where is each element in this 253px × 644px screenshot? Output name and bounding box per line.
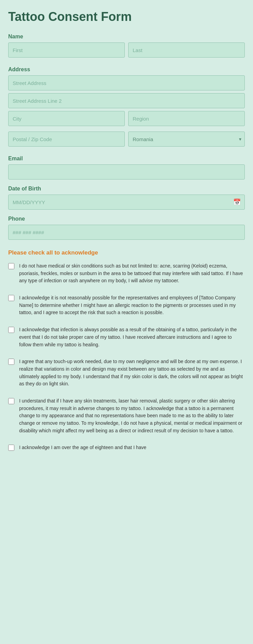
checkbox-6[interactable] [8,445,14,451]
checkbox-item-6: I acknowledge I am over the age of eight… [8,444,245,451]
page-title: Tattoo Consent Form [8,10,245,24]
checkbox-item-4: I agree that any touch-up work needed, d… [8,358,245,388]
city-input[interactable] [8,111,125,126]
checkbox-item-2: I acknowledge it is not reasonably possi… [8,294,245,317]
checkbox-text-6: I acknowledge I am over the age of eight… [19,444,146,451]
street-address-line2-input[interactable] [8,93,245,108]
first-name-input[interactable] [8,42,125,58]
zip-input[interactable] [8,132,125,147]
checkbox-text-4: I agree that any touch-up work needed, d… [19,358,245,388]
phone-section-label: Phone [8,216,245,222]
country-select[interactable]: Romania [128,132,245,147]
checkbox-4[interactable] [8,359,14,365]
email-section-label: Email [8,156,245,162]
region-input[interactable] [128,111,245,126]
checkbox-item-5: I understand that if I have any skin tre… [8,397,245,434]
checkbox-text-1: I do not have medical or skin conditions… [19,262,245,285]
checkbox-text-3: I acknowledge that infection is always p… [19,326,245,348]
name-section-label: Name [8,34,245,40]
dob-input[interactable] [8,195,245,210]
checkbox-item-3: I acknowledge that infection is always p… [8,326,245,348]
dob-section-label: Date of Birth [8,186,245,192]
checkbox-text-2: I acknowledge it is not reasonably possi… [19,294,245,317]
checkbox-item-1: I do not have medical or skin conditions… [8,262,245,285]
checkbox-2[interactable] [8,295,14,301]
checkbox-text-5: I understand that if I have any skin tre… [19,397,245,434]
checkbox-3[interactable] [8,327,14,333]
checkbox-5[interactable] [8,398,14,404]
phone-input[interactable] [8,225,245,240]
checkbox-1[interactable] [8,263,14,269]
address-section-label: Address [8,66,245,73]
email-input[interactable] [8,164,245,179]
last-name-input[interactable] [128,42,245,58]
street-address-input[interactable] [8,75,245,90]
acknowledge-title: Please check all to acknowledge [8,249,245,256]
